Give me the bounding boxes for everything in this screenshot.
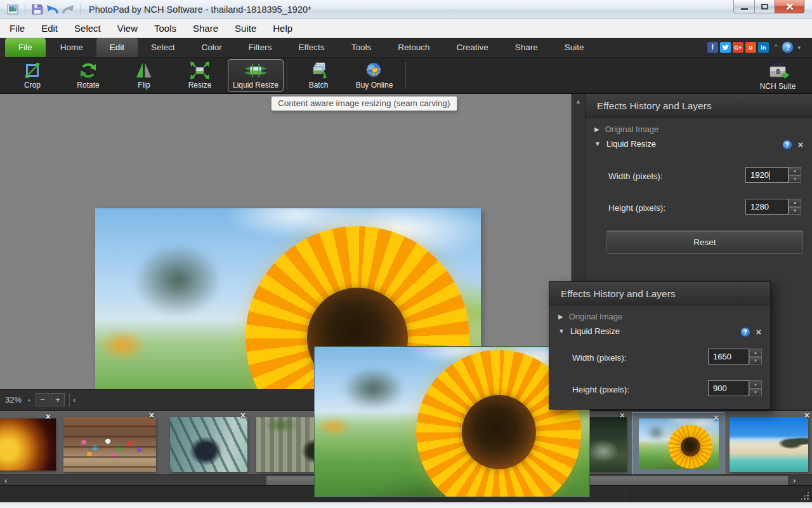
close-thumbnail-icon[interactable]: × [804,411,809,419]
close-thumbnail-icon[interactable]: × [714,414,719,422]
buy-online-label: Buy Online [356,81,393,90]
tab-file[interactable]: File [5,38,46,57]
effect-help-icon[interactable]: ? [740,327,750,337]
zoom-level[interactable]: 32% [5,395,22,404]
thumb-scroll-right-arrow[interactable]: › [793,475,796,486]
stepper-up-icon[interactable]: ▴ [789,199,801,207]
stepper-up-icon[interactable]: ▴ [789,167,801,175]
redo-icon[interactable] [60,2,75,17]
tab-effects[interactable]: Effects [285,38,338,57]
close-thumbnail-icon[interactable]: × [240,411,246,419]
tab-tools[interactable]: Tools [338,38,385,57]
menu-tools[interactable]: Tools [146,19,185,38]
minimize-icon [741,8,748,10]
linkedin-icon[interactable]: in [758,42,769,53]
reset-button[interactable]: Reset [606,231,803,254]
menu-view[interactable]: View [109,19,146,38]
menu-share[interactable]: Share [185,19,226,38]
twitter-icon[interactable] [720,42,731,53]
thumbnail-sunflower-selected[interactable]: × [632,412,724,476]
close-thumbnail-icon[interactable]: × [149,411,154,419]
collapse-ribbon-caret[interactable]: ^ [775,44,778,51]
maximize-button[interactable] [755,0,775,13]
googleplus-icon[interactable]: G+ [733,42,743,53]
original-image-row[interactable]: ▶ Original Image [558,312,622,321]
effect-help-icon[interactable]: ? [782,140,792,150]
effects-history-panel-floating[interactable]: Effects History and Layers ▶ Original Im… [549,281,771,410]
tab-home[interactable]: Home [47,38,96,57]
expander-open-icon[interactable]: ▼ [594,140,601,147]
expander-closed-icon[interactable]: ▶ [594,126,599,133]
stepper-up-icon[interactable]: ▴ [749,349,762,357]
nch-suite-button[interactable]: NCH Suite [750,60,806,93]
remove-effect-icon[interactable]: × [756,328,761,337]
buy-online-button[interactable]: Buy Online [346,59,402,92]
remove-effect-icon[interactable]: × [798,140,803,149]
resize-grip[interactable] [800,491,809,500]
flip-button[interactable]: Flip [116,59,172,92]
height-stepper: ▴ ▾ [789,199,801,215]
facebook-icon[interactable]: f [707,42,718,53]
expander-open-icon[interactable]: ▼ [558,328,565,335]
batch-button[interactable]: Batch [291,59,346,92]
width-value: 1920 [750,170,769,180]
expander-closed-icon[interactable]: ▶ [558,313,563,320]
stepper-up-icon[interactable]: ▴ [749,380,762,389]
tab-filters[interactable]: Filters [235,38,285,57]
help-icon[interactable]: ? [782,41,794,53]
liquid-resize-button[interactable]: Liquid Resize [228,59,284,92]
menu-edit[interactable]: Edit [33,19,66,38]
thumbnail-sunflower-image [639,418,719,469]
menu-file[interactable]: File [1,19,33,38]
zoom-dropdown-caret[interactable]: ▴ [28,397,30,403]
thumbnail-golden-straw[interactable]: × [0,418,56,471]
close-thumbnail-icon[interactable]: × [620,411,625,419]
minimize-button[interactable] [733,0,755,13]
buy-online-icon [364,61,384,80]
rotate-button[interactable]: Rotate [60,59,116,92]
resize-label: Resize [188,81,212,90]
width-value: 1650 [713,352,731,361]
height-input[interactable]: 1280 [745,199,789,215]
menu-select[interactable]: Select [66,19,109,38]
height-input[interactable]: 900 [708,380,749,396]
app-icon[interactable] [5,2,20,17]
canvas-scroll-left-arrow[interactable]: ‹ [73,395,75,404]
stepper-down-icon[interactable]: ▾ [749,357,762,365]
stumbleupon-icon[interactable]: u [745,42,756,53]
thumbnail-beach-boats[interactable]: × [730,417,808,472]
thumbnail-shoes-on-steps[interactable]: × [63,417,156,472]
zoom-out-button[interactable]: − [36,393,49,406]
resize-button[interactable]: Resize [172,59,228,92]
original-image-row[interactable]: ▶ Original Image [594,124,658,134]
save-icon[interactable] [30,2,45,17]
tab-color[interactable]: Color [188,38,235,57]
tab-share[interactable]: Share [502,38,551,57]
stepper-down-icon[interactable]: ▾ [789,175,801,184]
width-input[interactable]: 1650 [708,349,749,364]
editing-canvas[interactable] [0,94,571,389]
zoom-in-button[interactable]: + [51,393,65,406]
toolbar-separator [405,62,406,90]
undo-icon[interactable] [45,2,60,17]
stepper-down-icon[interactable]: ▾ [749,389,762,397]
scroll-up-arrow[interactable]: ▴ [572,94,585,105]
help-menu-caret[interactable]: ▾ [797,44,801,51]
thumb-scroll-left-arrow[interactable]: ‹ [4,475,7,486]
stepper-down-icon[interactable]: ▾ [789,207,801,215]
title-bar: PhotoPad by NCH Software - thailand-1818… [0,0,812,19]
tab-retouch[interactable]: Retouch [384,38,443,57]
crop-button[interactable]: Crop [4,59,60,92]
width-input[interactable]: 1920 [745,167,789,183]
close-thumbnail-icon[interactable]: × [46,413,51,420]
tab-select[interactable]: Select [138,38,188,57]
menu-suite[interactable]: Suite [226,19,265,38]
tab-edit[interactable]: Edit [96,38,138,57]
tab-suite[interactable]: Suite [551,38,598,57]
liquid-resize-row[interactable]: ▼ Liquid Resize [594,139,656,149]
close-button[interactable] [775,0,804,13]
thumbnail-motorbike-bridge[interactable]: × [170,417,247,472]
liquid-resize-row[interactable]: ▼ Liquid Resize [558,326,620,336]
tab-creative[interactable]: Creative [443,38,501,57]
menu-help[interactable]: Help [265,19,301,38]
